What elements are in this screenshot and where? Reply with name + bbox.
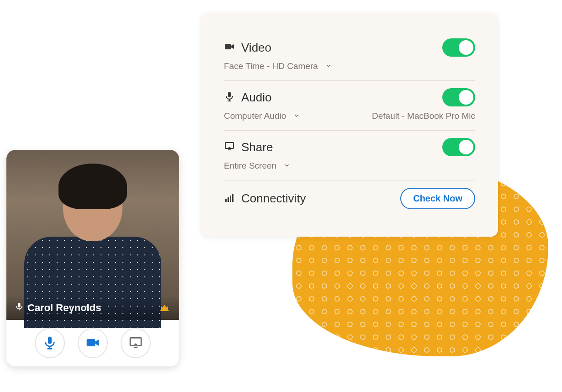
video-title: Video [241,41,271,55]
svg-rect-8 [232,194,233,202]
participant-video: Carol Reynolds [6,150,179,320]
signal-bars-icon [224,192,235,205]
svg-rect-11 [160,310,169,311]
settings-panel: Video Face Time - HD Camera Audio [201,13,498,237]
svg-rect-9 [18,303,21,307]
chevron-down-icon [323,61,332,71]
audio-device-dropdown[interactable]: Computer Audio [224,111,300,121]
share-screen-icon [224,141,235,154]
svg-rect-7 [230,196,231,202]
svg-rect-6 [228,197,229,202]
svg-rect-0 [225,44,231,49]
participant-name: Carol Reynolds [27,302,101,314]
connectivity-title: Connectivity [241,191,306,206]
mic-icon [42,335,57,351]
audio-setting-row: Audio Computer Audio Default - MacBook P… [224,81,475,131]
audio-device-label: Computer Audio [224,111,286,121]
video-toggle[interactable] [442,38,475,57]
audio-title: Audio [241,90,272,105]
mute-mic-button[interactable] [35,328,65,358]
share-title: Share [241,140,273,154]
video-overlay: Carol Reynolds [6,296,179,320]
svg-rect-1 [228,92,231,97]
mic-on-icon [15,302,24,314]
audio-toggle[interactable] [442,88,475,106]
video-icon [224,41,235,54]
host-crown-icon [158,302,171,314]
share-setting-row: Share Entire Screen [224,131,475,180]
share-screen-icon [128,335,143,351]
toggle-camera-button[interactable] [78,328,108,358]
chevron-down-icon [281,161,290,171]
connectivity-setting-row: Connectivity Check Now [224,180,475,209]
share-screen-button[interactable] [121,328,151,358]
chevron-down-icon [291,111,300,121]
svg-rect-15 [87,339,95,346]
share-toggle[interactable] [442,138,475,156]
video-setting-row: Video Face Time - HD Camera [224,31,475,81]
share-target-label: Entire Screen [224,161,276,171]
video-device-label: Face Time - HD Camera [224,61,318,71]
video-tile: Carol Reynolds [6,150,179,366]
share-target-dropdown[interactable]: Entire Screen [224,161,290,171]
mic-icon [224,91,235,104]
svg-rect-12 [48,336,52,344]
video-device-dropdown[interactable]: Face Time - HD Camera [224,61,332,71]
audio-mic-label: Default - MacBook Pro Mic [372,111,475,121]
check-now-button[interactable]: Check Now [400,188,475,209]
svg-rect-5 [225,199,227,202]
video-icon [85,335,100,351]
